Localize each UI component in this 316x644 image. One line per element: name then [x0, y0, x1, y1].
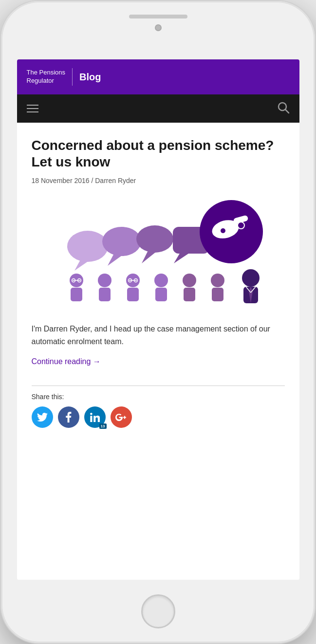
svg-point-30: [154, 274, 168, 287]
phone-bottom: [1, 580, 315, 643]
share-label: Share this:: [32, 393, 285, 401]
svg-rect-19: [71, 288, 82, 301]
share-buttons: 13: [32, 406, 285, 428]
svg-point-17: [221, 228, 225, 233]
svg-rect-35: [212, 288, 223, 301]
svg-marker-3: [74, 260, 90, 271]
phone-camera: [155, 24, 162, 31]
blog-label: Blog: [79, 72, 101, 83]
article-meta: 18 November 2016 / Darren Ryder: [32, 177, 285, 184]
article-author: Darren Ryder: [95, 177, 136, 184]
article-illustration: [32, 195, 285, 312]
facebook-share-button[interactable]: [58, 406, 79, 428]
logo-divider: [72, 68, 73, 86]
nav-bar: [17, 94, 299, 123]
share-divider: [32, 386, 285, 386]
svg-marker-9: [174, 253, 190, 263]
article-title: Concerned about a pension scheme? Let us…: [32, 137, 285, 170]
googleplus-share-button[interactable]: [111, 406, 132, 428]
svg-point-32: [183, 274, 196, 287]
main-content: Concerned about a pension scheme? Let us…: [17, 123, 299, 580]
svg-point-6: [136, 225, 173, 253]
linkedin-share-button[interactable]: 13: [84, 406, 106, 428]
svg-line-1: [285, 110, 289, 113]
svg-marker-7: [142, 252, 156, 263]
search-icon[interactable]: [277, 101, 290, 116]
home-button[interactable]: [141, 594, 175, 628]
phone-screen: The Pensions Regulator Blog Concerned: [17, 59, 299, 580]
svg-rect-31: [155, 288, 167, 301]
article-date: 18 November 2016: [32, 177, 90, 184]
svg-marker-5: [108, 255, 123, 266]
svg-point-16: [238, 222, 244, 229]
svg-point-34: [211, 274, 224, 287]
logo-text: The Pensions Regulator: [27, 69, 66, 85]
phone-speaker: [129, 15, 187, 18]
linkedin-count-badge: 13: [99, 423, 107, 429]
hamburger-menu-icon[interactable]: [27, 105, 38, 112]
svg-point-4: [102, 227, 141, 256]
svg-point-23: [98, 274, 112, 287]
continue-reading-link[interactable]: Continue reading →: [32, 357, 101, 366]
svg-rect-26: [127, 288, 139, 301]
twitter-share-button[interactable]: [32, 406, 53, 428]
svg-point-36: [242, 269, 260, 287]
phone-top: [1, 1, 315, 59]
svg-rect-33: [184, 288, 195, 301]
phone-shell: The Pensions Regulator Blog Concerned: [0, 0, 316, 644]
svg-point-2: [67, 231, 108, 262]
article-excerpt: I'm Darren Ryder, and I head up the case…: [32, 323, 285, 348]
svg-rect-24: [99, 288, 111, 301]
site-header: The Pensions Regulator Blog: [17, 59, 299, 94]
